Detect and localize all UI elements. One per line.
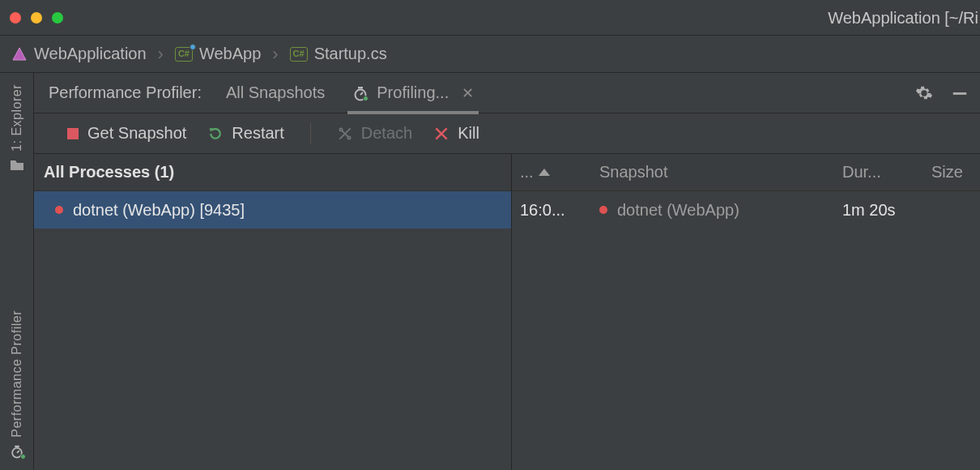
get-snapshot-label: Get Snapshot xyxy=(87,124,186,143)
tab-all-snapshots-label: All Snapshots xyxy=(226,83,325,102)
column-size-label: Size xyxy=(931,163,963,181)
svg-rect-8 xyxy=(67,128,79,139)
get-snapshot-button[interactable]: Get Snapshot xyxy=(66,124,186,143)
column-time-label: ... xyxy=(520,163,534,182)
process-list-header-label: All Processes (1) xyxy=(44,163,174,182)
hide-panel-icon[interactable] xyxy=(951,84,969,102)
recording-status-icon xyxy=(55,206,63,214)
snapshot-name: dotnet (WebApp) xyxy=(617,201,739,220)
record-icon xyxy=(66,127,79,140)
folder-icon xyxy=(9,158,25,173)
column-duration-label: Dur... xyxy=(842,163,881,181)
tab-all-snapshots[interactable]: All Snapshots xyxy=(223,73,328,113)
svg-marker-0 xyxy=(13,48,26,60)
explorer-tool-label: 1: Explorer xyxy=(10,84,24,152)
chevron-right-icon: › xyxy=(155,44,167,65)
explorer-tool-button[interactable]: 1: Explorer xyxy=(9,78,25,216)
restart-icon xyxy=(207,126,224,142)
toolbar-separator xyxy=(310,123,311,144)
process-list: All Processes (1) dotnet (WebApp) [9435] xyxy=(34,154,512,470)
sort-ascending-icon xyxy=(539,169,550,176)
module-icon: C# xyxy=(175,47,193,62)
svg-rect-3 xyxy=(15,446,19,447)
stopwatch-icon xyxy=(9,444,25,459)
svg-rect-6 xyxy=(358,87,363,89)
stopwatch-icon xyxy=(352,85,369,101)
kill-label: Kill xyxy=(458,124,479,143)
kill-icon xyxy=(433,126,450,142)
breadcrumb: WebApplication › C# WebApp › C# Startup.… xyxy=(0,36,980,73)
process-row-label: dotnet (WebApp) [9435] xyxy=(73,201,245,220)
profiler-toolbar: Get Snapshot Restart xyxy=(34,113,980,154)
snapshot-table: ... Snapshot Dur... Size 16:0... xyxy=(512,154,980,470)
svg-line-2 xyxy=(17,451,19,453)
breadcrumb-project[interactable]: WebApplication xyxy=(11,45,147,63)
breadcrumb-module[interactable]: C# WebApp xyxy=(175,45,261,63)
svg-line-5 xyxy=(360,92,363,95)
detach-button[interactable]: Detach xyxy=(337,124,412,143)
kill-button[interactable]: Kill xyxy=(433,124,479,143)
snapshot-table-header: ... Snapshot Dur... Size xyxy=(512,154,980,191)
profiler-title: Performance Profiler: xyxy=(49,83,202,102)
column-duration[interactable]: Dur... xyxy=(834,163,923,182)
close-icon[interactable]: ✕ xyxy=(457,84,474,102)
chevron-right-icon: › xyxy=(269,44,281,65)
process-row[interactable]: dotnet (WebApp) [9435] xyxy=(34,191,511,229)
breadcrumb-file-label: Startup.cs xyxy=(314,45,387,63)
profiler-tool-button[interactable]: Performance Profiler xyxy=(9,216,25,470)
window-title-text: WebApplication [~/Ri xyxy=(828,9,978,28)
close-window-icon[interactable] xyxy=(10,12,21,24)
column-time[interactable]: ... xyxy=(512,163,591,182)
tab-profiling[interactable]: Profiling... ✕ xyxy=(349,73,477,113)
snapshot-duration: 1m 20s xyxy=(842,201,896,219)
tab-profiling-label: Profiling... xyxy=(377,83,449,102)
titlebar: WebApplication [~/Ri xyxy=(0,0,980,36)
breadcrumb-file[interactable]: C# Startup.cs xyxy=(290,45,387,63)
csharp-file-icon: C# xyxy=(290,47,308,62)
detach-label: Detach xyxy=(361,124,412,143)
gear-icon[interactable] xyxy=(915,84,933,102)
restart-label: Restart xyxy=(232,124,283,143)
column-snapshot-label: Snapshot xyxy=(599,163,668,181)
zoom-window-icon[interactable] xyxy=(52,12,63,24)
breadcrumb-module-label: WebApp xyxy=(199,45,261,63)
svg-rect-7 xyxy=(953,92,967,95)
recording-status-icon xyxy=(599,206,607,214)
minimize-window-icon[interactable] xyxy=(31,12,42,24)
project-icon xyxy=(11,46,28,62)
window-title: WebApplication [~/Ri xyxy=(828,0,980,36)
window-controls xyxy=(10,12,63,24)
tool-window-stripe: 1: Explorer Performance Profiler xyxy=(0,73,34,470)
profiler-tool-label: Performance Profiler xyxy=(10,310,24,438)
snapshot-row[interactable]: 16:0... dotnet (WebApp) 1m 20s xyxy=(512,191,980,229)
profiler-panel: Performance Profiler: All Snapshots Prof… xyxy=(34,73,980,470)
snapshot-time: 16:0... xyxy=(520,201,565,220)
column-snapshot[interactable]: Snapshot xyxy=(591,163,834,182)
breadcrumb-project-label: WebApplication xyxy=(34,45,147,63)
column-size[interactable]: Size xyxy=(923,163,980,182)
detach-icon xyxy=(337,126,353,142)
svg-point-13 xyxy=(347,136,350,139)
process-list-header[interactable]: All Processes (1) xyxy=(34,154,511,191)
restart-button[interactable]: Restart xyxy=(207,124,283,143)
profiler-tabs: Performance Profiler: All Snapshots Prof… xyxy=(34,73,980,113)
svg-point-12 xyxy=(339,128,342,130)
